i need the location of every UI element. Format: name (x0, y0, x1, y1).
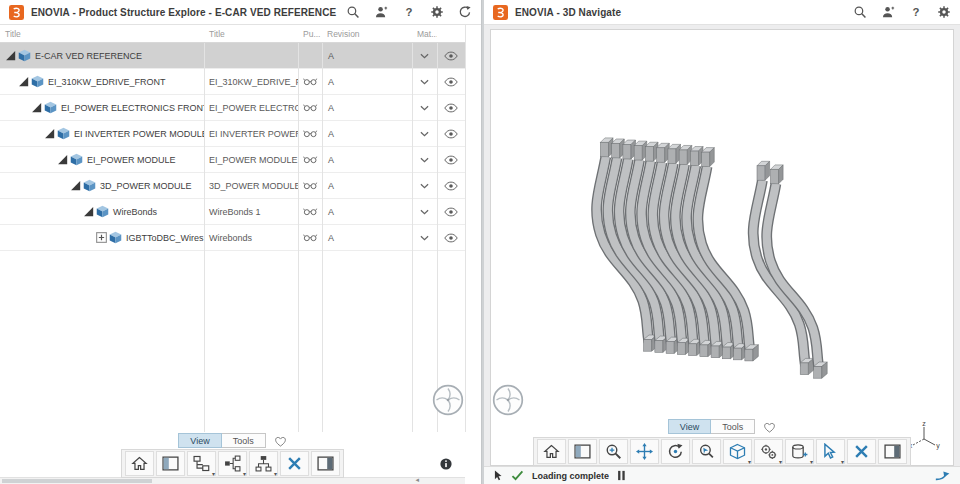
cursor-icon (494, 470, 503, 481)
share-user-icon[interactable] (881, 5, 895, 19)
table-row[interactable]: EI_POWER MODULEEI_POWER MODULE 1A (0, 147, 465, 173)
collapse-triangle-icon[interactable] (5, 50, 16, 61)
column-header-mat-[interactable]: Mat... (412, 29, 437, 39)
chevron-down-icon[interactable] (420, 53, 429, 59)
continue-arrow-icon[interactable] (934, 470, 951, 481)
compass-icon[interactable] (432, 384, 464, 416)
table-row[interactable]: WireBondsWireBonds 1A (0, 199, 465, 225)
row-title: EI_310KW_EDRIVE_FRONT (48, 77, 166, 87)
column-header-title[interactable]: Title (0, 29, 204, 39)
visibility-eye-icon[interactable] (444, 207, 458, 217)
horizontal-scrollbar[interactable]: ◂ (0, 477, 465, 484)
dropdown-caret-icon[interactable]: ▾ (243, 471, 246, 477)
right-pane-header: ENOVIA - 3D Navigate ? (484, 0, 960, 25)
tab-view[interactable]: View (178, 433, 221, 448)
table-row[interactable]: 3D_POWER MODULE3D_POWER MODULE 1A (0, 173, 465, 199)
hierarchy-view-button[interactable]: ▾ (249, 451, 278, 476)
chevron-down-icon[interactable] (420, 131, 429, 137)
search-icon[interactable] (346, 5, 360, 19)
home-button[interactable] (125, 451, 154, 476)
chevron-down-icon[interactable] (420, 157, 429, 163)
collapse-triangle-icon[interactable] (44, 128, 55, 139)
chevron-down-icon[interactable] (420, 105, 429, 111)
split-view-button[interactable] (156, 451, 185, 476)
select-feature-button[interactable]: ▾ (816, 439, 845, 464)
chevron-down-icon[interactable] (420, 209, 429, 215)
column-header-title[interactable]: Title (204, 29, 298, 39)
expand-plus-icon[interactable] (96, 232, 107, 243)
scrollbar-thumb[interactable] (2, 479, 152, 483)
row-instance-title: 3D_POWER MODULE 1 (209, 181, 298, 191)
dropdown-caret-icon[interactable]: ▾ (779, 459, 782, 465)
published-glasses-icon (303, 155, 318, 164)
refresh-icon[interactable] (458, 5, 472, 19)
side-panel-button[interactable] (311, 451, 340, 476)
table-row[interactable]: EI INVERTER POWER MODULEEI INVERTER POWE… (0, 121, 465, 147)
favorite-heart-icon[interactable] (763, 421, 776, 434)
visibility-eye-icon[interactable] (444, 129, 458, 139)
pause-icon[interactable] (617, 470, 626, 481)
side-panel-button[interactable] (878, 439, 907, 464)
pan-button[interactable] (630, 439, 659, 464)
column-header-pu-[interactable]: Pu... (298, 29, 322, 39)
row-instance-title: EI_POWER MODULE 1 (209, 155, 298, 165)
table-row[interactable]: EI_POWER ELECTRONICS FRONT V0EI_POWER EL… (0, 95, 465, 121)
visibility-eye-icon[interactable] (444, 155, 458, 165)
close-button[interactable] (280, 451, 309, 476)
dropdown-caret-icon[interactable]: ▾ (810, 459, 813, 465)
chevron-down-icon[interactable] (420, 183, 429, 189)
collapse-triangle-icon[interactable] (18, 76, 29, 87)
table-row[interactable]: EI_310KW_EDRIVE_FRONTEI_310KW_EDRIVE_FR.… (0, 69, 465, 95)
expand-structure-button[interactable]: ▾ (187, 451, 216, 476)
dropdown-caret-icon[interactable]: ▾ (841, 459, 844, 465)
help-icon[interactable]: ? (909, 5, 923, 19)
enovia-logo-icon (9, 5, 24, 20)
visibility-eye-icon[interactable] (444, 233, 458, 243)
dropdown-caret-icon[interactable]: ▾ (748, 459, 751, 465)
published-glasses-icon (303, 129, 318, 138)
network-view-button[interactable]: ▾ (218, 451, 247, 476)
row-title: WireBonds (113, 207, 157, 217)
collapse-triangle-icon[interactable] (70, 180, 81, 191)
dropdown-caret-icon[interactable]: ▾ (274, 471, 277, 477)
revision-value: A (328, 233, 334, 243)
dropdown-caret-icon[interactable]: ▾ (212, 471, 215, 477)
visibility-eye-icon[interactable] (444, 77, 458, 87)
home-button[interactable] (537, 439, 566, 464)
database-button[interactable]: ▾ (785, 439, 814, 464)
chevron-down-icon[interactable] (420, 235, 429, 241)
table-row[interactable]: E-CAR VED REFERENCEA (0, 43, 465, 69)
info-icon[interactable] (440, 456, 452, 468)
tab-view[interactable]: View (668, 419, 711, 434)
chevron-down-icon[interactable] (420, 79, 429, 85)
help-icon[interactable]: ? (402, 5, 416, 19)
visibility-eye-icon[interactable] (444, 51, 458, 61)
compass-icon[interactable] (492, 384, 524, 416)
zoom-in-button[interactable] (599, 439, 628, 464)
favorite-heart-icon[interactable] (274, 435, 287, 448)
visibility-eye-icon[interactable] (444, 103, 458, 113)
mechanism-button[interactable]: ▾ (754, 439, 783, 464)
search-icon[interactable] (853, 5, 867, 19)
zoom-select-button[interactable] (692, 439, 721, 464)
tab-tools[interactable]: Tools (222, 433, 266, 448)
3d-viewport[interactable]: zxy (490, 29, 954, 466)
collapse-triangle-icon[interactable] (57, 154, 68, 165)
split-view-button[interactable] (568, 439, 597, 464)
part-cube-icon (44, 101, 57, 114)
row-title: IGBTToDBC_Wires (126, 233, 204, 243)
product-structure-tree: E-CAR VED REFERENCEAEI_310KW_EDRIVE_FRON… (0, 43, 465, 251)
share-user-icon[interactable] (374, 5, 388, 19)
collapse-triangle-icon[interactable] (83, 206, 94, 217)
collapse-triangle-icon[interactable] (31, 102, 42, 113)
table-row[interactable]: IGBTToDBC_WiresWirebondsA (0, 225, 465, 251)
close-button[interactable] (847, 439, 876, 464)
row-title: E-CAR VED REFERENCE (35, 51, 142, 61)
tab-tools[interactable]: Tools (711, 419, 755, 434)
render-style-button[interactable]: ▾ (723, 439, 752, 464)
settings-gear-icon[interactable] (430, 5, 444, 19)
column-header-revision[interactable]: Revision (322, 29, 412, 39)
rotate-button[interactable] (661, 439, 690, 464)
settings-gear-icon[interactable] (937, 5, 951, 19)
visibility-eye-icon[interactable] (444, 181, 458, 191)
